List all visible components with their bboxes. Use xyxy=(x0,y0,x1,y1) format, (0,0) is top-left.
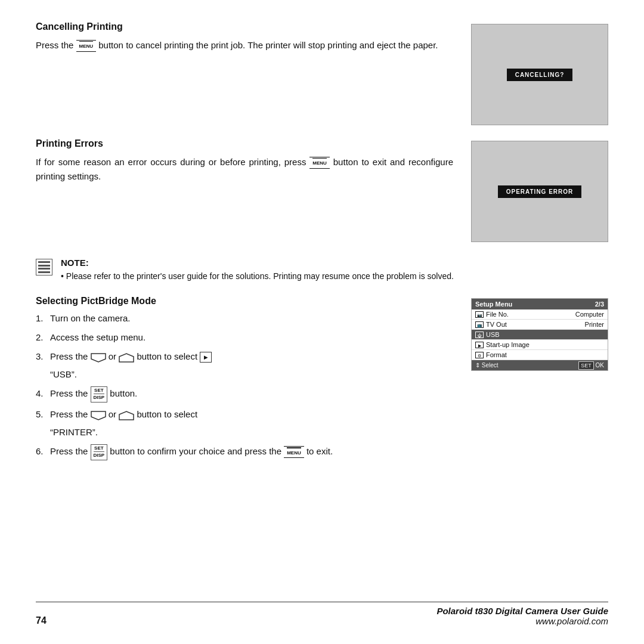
step-3-text: Press the or xyxy=(50,349,459,364)
arrow-down-icon-3 xyxy=(91,352,106,362)
fileno-icon: 📷 xyxy=(475,311,484,318)
footer-page-number: 74 xyxy=(36,615,47,626)
step-5: 5. Press the or xyxy=(36,407,459,422)
menu-row-format: ⚙ Format xyxy=(472,350,608,360)
arrow-down-icon-5 xyxy=(91,410,106,420)
menu-row-tvout-value: Printer xyxy=(585,321,604,328)
format-icon: ⚙ xyxy=(475,352,484,358)
note-content: NOTE: • Please refer to the printer's us… xyxy=(61,258,608,283)
step-3: 3. Press the or xyxy=(36,349,459,364)
note-section: NOTE: • Please refer to the printer's us… xyxy=(36,258,608,283)
menu-footer-ok: SET OK xyxy=(578,362,604,369)
step-1-text: Turn on the camera. xyxy=(50,311,459,326)
note-body: • Please refer to the printer's user gui… xyxy=(61,270,608,283)
setup-menu-screen: Setup Menu 2/3 📷 File No. Computer 📺 TV … xyxy=(471,298,608,371)
pictbridge-title: Selecting PictBridge Mode xyxy=(36,296,459,306)
footer-info: Polaroid t830 Digital Camera User Guide … xyxy=(436,606,608,626)
steps-list: 1. Turn on the camera. 2. Access the set… xyxy=(36,311,459,460)
step-4-num: 4. xyxy=(36,386,50,401)
usb-menu-icon: ⏻ xyxy=(475,332,484,338)
note-icon-area xyxy=(36,259,55,275)
printing-errors-screen-label: OPERATING ERROR xyxy=(498,185,582,198)
menu-row-startup: ▶ Start-up Image xyxy=(472,340,608,350)
usb-icon-3: ▶ xyxy=(200,352,212,363)
step-1: 1. Turn on the camera. xyxy=(36,311,459,326)
arrow-up-icon-3 xyxy=(119,352,134,362)
note-title: NOTE: xyxy=(61,258,608,268)
printing-errors-title: Printing Errors xyxy=(36,138,453,149)
step-6-text: Press the SET DISP button to confirm you… xyxy=(50,444,459,460)
menu-footer-select: ⇕ Select xyxy=(475,362,499,369)
menu-row-fileno-value: Computer xyxy=(575,311,604,318)
startup-icon: ▶ xyxy=(475,342,484,348)
menu-icon-inline2: MENU xyxy=(309,157,330,169)
svg-marker-2 xyxy=(91,411,106,420)
footer-url: www.polaroid.com xyxy=(436,616,608,626)
note-line1 xyxy=(38,261,50,263)
step-2-num: 2. xyxy=(36,330,50,345)
step-3-indent: “USB”. xyxy=(36,367,459,382)
set-disp-btn-6: SET DISP xyxy=(91,444,108,460)
set-disp-btn-4: SET DISP xyxy=(91,386,108,402)
svg-marker-3 xyxy=(119,411,134,420)
menu-row-usb: ⏻ USB xyxy=(472,330,608,340)
step-3-num: 3. xyxy=(36,349,50,364)
step-2: 2. Access the setup menu. xyxy=(36,330,459,345)
pictbridge-section: Selecting PictBridge Mode 1. Turn on the… xyxy=(36,296,608,465)
menu-row-usb-label: ⏻ USB xyxy=(475,331,604,338)
note-line4 xyxy=(38,271,50,273)
set-ok-icon: SET xyxy=(578,361,594,370)
arrow-up-icon-5 xyxy=(119,410,134,420)
note-icon-box xyxy=(36,259,52,275)
menu-row-fileno: 📷 File No. Computer xyxy=(472,309,608,320)
cancelling-screen-label: CANCELLING? xyxy=(507,69,573,81)
menu-header: Setup Menu 2/3 xyxy=(472,299,608,309)
tvout-icon: 📺 xyxy=(475,321,484,328)
printing-errors-text: Printing Errors If for some reason an er… xyxy=(36,138,471,184)
step-4: 4. Press the SET DISP button. xyxy=(36,386,459,402)
cancelling-title: Cancelling Printing xyxy=(36,21,453,32)
menu-footer: ⇕ Select SET OK xyxy=(472,360,608,370)
menu-icon-inline: MENU xyxy=(76,40,97,52)
step-2-text: Access the setup menu. xyxy=(50,330,459,345)
page: Cancelling Printing Press the MENU butto… xyxy=(0,0,644,644)
printing-errors-body: If for some reason an error occurs durin… xyxy=(36,155,453,184)
note-line2 xyxy=(38,265,50,267)
step-4-text: Press the SET DISP button. xyxy=(50,386,459,402)
main-content: Cancelling Printing Press the MENU butto… xyxy=(36,21,608,602)
pictbridge-text: Selecting PictBridge Mode 1. Turn on the… xyxy=(36,296,471,465)
svg-marker-0 xyxy=(91,354,106,362)
printing-errors-screen: OPERATING ERROR xyxy=(471,141,608,242)
step-5-indent: “PRINTER”. xyxy=(36,425,459,439)
step-6: 6. Press the SET DISP button to confirm … xyxy=(36,444,459,460)
menu-row-startup-label: ▶ Start-up Image xyxy=(475,341,604,348)
menu-icon-6: MENU xyxy=(284,446,304,458)
menu-row-fileno-label: 📷 File No. xyxy=(475,311,575,318)
menu-row-tvout: 📺 TV Out Printer xyxy=(472,320,608,330)
step-5-text: Press the or xyxy=(50,407,459,422)
note-line3 xyxy=(38,268,50,270)
cancelling-text: Cancelling Printing Press the MENU butto… xyxy=(36,21,471,52)
menu-row-tvout-label: 📺 TV Out xyxy=(475,321,585,328)
menu-header-title: Setup Menu xyxy=(475,301,512,308)
step-1-num: 1. xyxy=(36,311,50,326)
footer: 74 Polaroid t830 Digital Camera User Gui… xyxy=(36,602,608,626)
step-5-num: 5. xyxy=(36,407,50,422)
menu-header-page: 2/3 xyxy=(595,301,604,308)
printing-errors-section: Printing Errors If for some reason an er… xyxy=(36,138,608,242)
cancelling-section: Cancelling Printing Press the MENU butto… xyxy=(36,21,608,125)
cancelling-body: Press the MENU button to cancel printing… xyxy=(36,38,453,52)
step-6-num: 6. xyxy=(36,444,50,459)
menu-row-format-label: ⚙ Format xyxy=(475,351,604,358)
svg-marker-1 xyxy=(119,354,134,362)
footer-title: Polaroid t830 Digital Camera User Guide xyxy=(436,606,608,616)
cancelling-screen: CANCELLING? xyxy=(471,24,608,125)
